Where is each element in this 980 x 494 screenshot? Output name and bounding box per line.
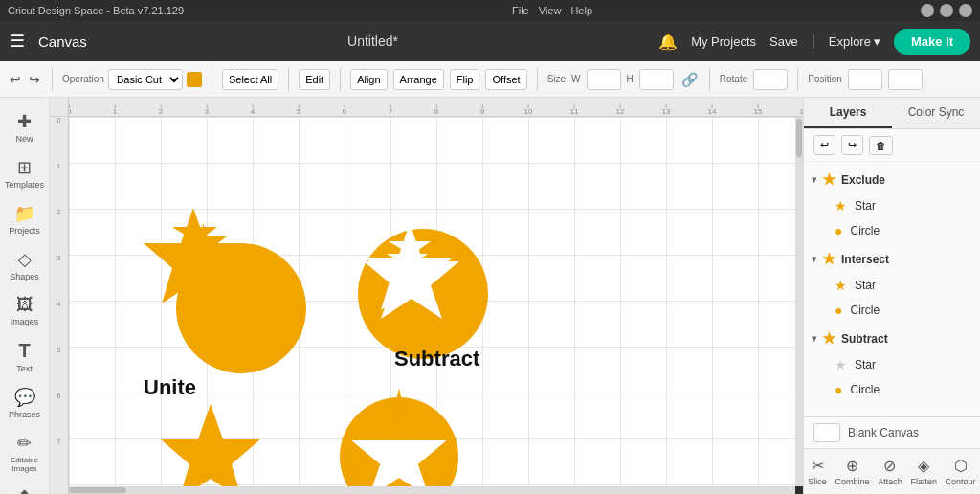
layers-list: ▾ ★ Exclude ★ Star ● Circle ▾ ★ In bbox=[804, 162, 980, 416]
divider: | bbox=[812, 33, 815, 50]
offset-button[interactable]: Offset bbox=[485, 69, 526, 90]
upload-icon: ⬆ bbox=[17, 486, 32, 494]
layer-group-subtract-header[interactable]: ▾ ★ Subtract bbox=[804, 325, 980, 352]
right-panel: Layers Color Sync ↩ ↪ 🗑 ▾ ★ Exclude ★ St… bbox=[803, 98, 980, 494]
layers-undo-button[interactable]: ↩ bbox=[813, 135, 835, 155]
svg-marker-9 bbox=[161, 404, 260, 486]
edit-button[interactable]: Edit bbox=[299, 69, 330, 90]
canvas-content[interactable]: Unite Subtract Intersect Exclude bbox=[69, 117, 795, 486]
arrange-button[interactable]: Arrange bbox=[393, 69, 444, 90]
star-label: Star bbox=[855, 199, 876, 213]
right-panel-tabs: Layers Color Sync bbox=[804, 98, 980, 129]
sidebar-item-new-label: New bbox=[15, 134, 33, 144]
subtract-group-icon: ★ bbox=[822, 329, 835, 348]
position-y-input[interactable] bbox=[888, 69, 923, 90]
contour-label: Contour bbox=[946, 477, 976, 486]
subtract-label: Subtract bbox=[394, 347, 479, 371]
view-menu[interactable]: View bbox=[539, 5, 562, 16]
layers-delete-button[interactable]: 🗑 bbox=[869, 136, 893, 155]
sidebar-item-new[interactable]: ✚ New bbox=[3, 105, 47, 149]
subtract-star-icon: ★ bbox=[835, 357, 847, 372]
operation-select[interactable]: Basic Cut bbox=[108, 69, 183, 90]
exclude-chevron-icon: ▾ bbox=[812, 174, 816, 185]
sidebar-item-phrases-label: Phrases bbox=[9, 410, 40, 419]
maximize-button[interactable] bbox=[940, 4, 953, 17]
sidebar-item-phrases[interactable]: 💬 Phrases bbox=[3, 381, 47, 425]
sidebar-item-projects[interactable]: 📁 Projects bbox=[3, 197, 47, 241]
flip-button[interactable]: Flip bbox=[450, 69, 480, 90]
rotate-input[interactable] bbox=[753, 69, 788, 90]
flatten-button[interactable]: ◈ Flatten bbox=[906, 455, 941, 488]
position-x-input[interactable] bbox=[848, 69, 882, 90]
contour-button[interactable]: ⬡ Contour bbox=[942, 455, 980, 488]
width-input[interactable] bbox=[587, 69, 621, 90]
attach-icon: ⊘ bbox=[883, 457, 896, 475]
sidebar-item-editable-images[interactable]: ✏ Editable Images bbox=[3, 427, 47, 479]
layers-redo-button[interactable]: ↪ bbox=[841, 135, 863, 155]
ruler-top: 0 1 2 3 4 5 6 7 8 9 10 11 12 13 14 15 16 bbox=[69, 98, 803, 117]
combine-label: Combine bbox=[835, 477, 870, 486]
my-projects-link[interactable]: My Projects bbox=[691, 34, 756, 49]
canvas-area[interactable]: 0 1 2 3 4 5 6 7 8 9 10 11 12 13 14 15 16 bbox=[50, 98, 803, 494]
intersect-group-icon: ★ bbox=[822, 250, 835, 268]
file-menu[interactable]: File bbox=[512, 5, 529, 16]
combine-button[interactable]: ⊕ Combine bbox=[832, 455, 874, 488]
canvas-scroll-vertical[interactable] bbox=[795, 117, 803, 486]
phrases-icon: 💬 bbox=[14, 387, 35, 408]
nav-bar: ☰ Canvas Untitled* 🔔 My Projects Save | … bbox=[0, 21, 980, 61]
layer-item-subtract-star[interactable]: ★ Star bbox=[804, 352, 980, 377]
blank-canvas-label: Blank Canvas bbox=[848, 426, 919, 439]
minimize-button[interactable] bbox=[921, 4, 934, 17]
notification-bell-icon[interactable]: 🔔 bbox=[658, 33, 678, 51]
toolbar-separator-4 bbox=[340, 68, 341, 91]
toolbar-separator bbox=[52, 68, 53, 91]
templates-icon: ⊞ bbox=[17, 157, 32, 178]
sidebar-item-shapes[interactable]: ◇ Shapes bbox=[3, 243, 47, 287]
blank-canvas-row[interactable]: Blank Canvas bbox=[804, 416, 980, 448]
height-input[interactable] bbox=[639, 69, 674, 90]
align-button[interactable]: Align bbox=[350, 69, 387, 90]
layer-item-exclude-circle[interactable]: ● Circle bbox=[804, 218, 980, 243]
editable-images-icon: ✏ bbox=[17, 433, 32, 454]
h-label: H bbox=[627, 74, 634, 84]
shapes-icon: ◇ bbox=[18, 249, 32, 270]
sidebar-item-shapes-label: Shapes bbox=[10, 272, 39, 281]
subtract-circle-label: Circle bbox=[850, 383, 880, 396]
explore-button[interactable]: Explore ▾ bbox=[829, 34, 880, 49]
layer-group-exclude-header[interactable]: ▾ ★ Exclude bbox=[804, 166, 980, 193]
sidebar-item-images[interactable]: 🖼 Images bbox=[3, 289, 47, 332]
slice-button[interactable]: ✂ Slice bbox=[804, 455, 831, 488]
layer-group-intersect-header[interactable]: ▾ ★ Intersect bbox=[804, 245, 980, 273]
star-icon: ★ bbox=[835, 198, 847, 213]
projects-icon: 📁 bbox=[14, 203, 35, 224]
circle-label: Circle bbox=[850, 224, 880, 237]
tab-layers[interactable]: Layers bbox=[804, 98, 892, 128]
document-title: Untitled* bbox=[347, 34, 398, 49]
toolbar-separator-3 bbox=[288, 68, 289, 91]
intersect-star-icon: ★ bbox=[835, 278, 847, 293]
slice-label: Slice bbox=[808, 477, 827, 486]
main-layout: ✚ New ⊞ Templates 📁 Projects ◇ Shapes 🖼 … bbox=[0, 98, 980, 494]
help-menu[interactable]: Help bbox=[570, 5, 592, 16]
lock-proportions-icon[interactable]: 🔗 bbox=[679, 70, 700, 89]
sidebar-item-text[interactable]: T Text bbox=[3, 334, 47, 379]
layer-item-intersect-circle[interactable]: ● Circle bbox=[804, 298, 980, 323]
redo-button[interactable]: ↪ bbox=[27, 70, 42, 89]
layer-item-subtract-circle[interactable]: ● Circle bbox=[804, 377, 980, 402]
layer-item-exclude-star[interactable]: ★ Star bbox=[804, 193, 980, 218]
left-sidebar: ✚ New ⊞ Templates 📁 Projects ◇ Shapes 🖼 … bbox=[0, 98, 50, 494]
make-it-button[interactable]: Make It bbox=[894, 29, 970, 55]
save-button[interactable]: Save bbox=[769, 34, 798, 49]
tab-color-sync[interactable]: Color Sync bbox=[892, 98, 980, 128]
attach-button[interactable]: ⊘ Attach bbox=[874, 455, 906, 488]
close-button[interactable] bbox=[959, 4, 972, 17]
sidebar-item-upload[interactable]: ⬆ Upload bbox=[3, 481, 47, 494]
layer-item-intersect-star[interactable]: ★ Star bbox=[804, 273, 980, 298]
explore-chevron-icon: ▾ bbox=[874, 34, 880, 49]
select-all-button[interactable]: Select All bbox=[222, 69, 278, 90]
undo-button[interactable]: ↩ bbox=[8, 70, 23, 89]
sidebar-item-templates[interactable]: ⊞ Templates bbox=[3, 151, 47, 195]
contour-icon: ⬡ bbox=[954, 457, 968, 475]
canvas-scroll-horizontal[interactable] bbox=[69, 486, 795, 494]
hamburger-menu-icon[interactable]: ☰ bbox=[10, 31, 25, 52]
